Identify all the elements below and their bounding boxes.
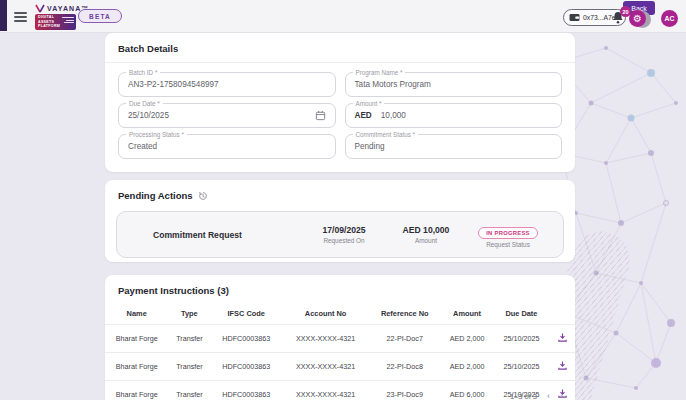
table-pagination: 1–3 of 3 ‹ › bbox=[510, 391, 563, 400]
avatar[interactable]: AC bbox=[661, 10, 678, 27]
payment-instructions-title: Payment Instructions (3) bbox=[105, 275, 575, 304]
request-name: Commitment Request bbox=[153, 230, 303, 240]
history-icon bbox=[198, 191, 208, 201]
download-icon bbox=[557, 332, 568, 343]
field-label: Program Name * bbox=[353, 69, 406, 76]
requested-on-label: Requested On bbox=[303, 237, 385, 244]
field-value: 25/10/2025 bbox=[128, 111, 169, 120]
field-label: Amount * bbox=[353, 100, 385, 107]
payment-instructions-card: Payment Instructions (3) Name Type IFSC … bbox=[105, 275, 575, 400]
field-value: Created bbox=[128, 142, 157, 151]
field-label: Batch ID * bbox=[126, 69, 160, 76]
field-value: AN3-P2-1758094548997 bbox=[128, 80, 219, 89]
vayana-v-icon bbox=[35, 4, 45, 13]
next-page-icon[interactable]: › bbox=[560, 391, 563, 400]
batch-details-title: Batch Details bbox=[105, 33, 575, 62]
col-ifsc: IFSC Code bbox=[210, 304, 282, 325]
field-label: Commitment Status * bbox=[353, 131, 419, 138]
col-due-date: Due Date bbox=[494, 304, 549, 325]
download-icon bbox=[557, 360, 568, 371]
processing-status-field[interactable]: Processing Status * Created bbox=[118, 134, 336, 159]
hamburger-menu-icon[interactable] bbox=[14, 12, 27, 24]
col-account: Account No bbox=[282, 304, 369, 325]
amount-value: AED 10,000 bbox=[385, 225, 467, 235]
due-date-field[interactable]: Due Date * 25/10/2025 bbox=[118, 103, 336, 128]
col-type: Type bbox=[168, 304, 210, 325]
field-value: Pending bbox=[355, 142, 385, 151]
amount-field[interactable]: Amount * AED 10,000 bbox=[345, 103, 563, 128]
commitment-status-field[interactable]: Commitment Status * Pending bbox=[345, 134, 563, 159]
wallet-icon bbox=[569, 13, 580, 22]
batch-id-field[interactable]: Batch ID * AN3-P2-1758094548997 bbox=[118, 72, 336, 97]
download-button[interactable] bbox=[549, 353, 575, 381]
nav-drawer-edge bbox=[0, 0, 7, 31]
calendar-icon[interactable] bbox=[315, 110, 326, 121]
col-reference: Reference No bbox=[369, 304, 440, 325]
settings-button[interactable]: ⚙ bbox=[629, 10, 646, 27]
amount-label: Amount bbox=[385, 237, 467, 244]
commitment-request-row: Commitment Request 17/09/2025 Requested … bbox=[116, 211, 564, 258]
previous-page-icon[interactable]: ‹ bbox=[547, 391, 550, 400]
beta-badge: BETA bbox=[78, 9, 122, 23]
pagination-range: 1–3 of 3 bbox=[510, 392, 537, 400]
currency-prefix: AED bbox=[355, 111, 372, 120]
digital-assets-platform-badge: DIGITAL ASSETS PLATFORM bbox=[35, 14, 76, 30]
field-label: Processing Status * bbox=[126, 131, 187, 138]
pending-actions-card: Pending Actions Commitment Request 17/09… bbox=[105, 180, 575, 262]
status-label: Request Status bbox=[467, 241, 549, 248]
col-actions bbox=[549, 304, 575, 325]
batch-details-card: Batch Details Batch ID * AN3-P2-17580945… bbox=[105, 33, 575, 172]
table-row: Bharat Forge Transfer HDFC0003863 XXXX-X… bbox=[105, 381, 575, 400]
status-badge: IN PROGRESS bbox=[478, 227, 538, 239]
gear-icon: ⚙ bbox=[633, 13, 642, 24]
table-header-row: Name Type IFSC Code Account No Reference… bbox=[105, 304, 575, 325]
field-value: 10,000 bbox=[381, 111, 406, 120]
top-bar: VAYANA™ DIGITAL ASSETS PLATFORM BETA Bac… bbox=[0, 0, 686, 33]
col-name: Name bbox=[105, 304, 168, 325]
requested-on-value: 17/09/2025 bbox=[303, 225, 385, 235]
program-name-field[interactable]: Program Name * Tata Motors Program bbox=[345, 72, 563, 97]
col-amount: Amount bbox=[440, 304, 493, 325]
table-row: Bharat Forge Transfer HDFC0003863 XXXX-X… bbox=[105, 353, 575, 381]
field-label: Due Date * bbox=[126, 100, 163, 107]
payment-instructions-table: Name Type IFSC Code Account No Reference… bbox=[105, 304, 575, 400]
pending-actions-title: Pending Actions bbox=[118, 190, 193, 201]
field-value: Tata Motors Program bbox=[355, 80, 431, 89]
speed-lines-icon bbox=[62, 17, 74, 25]
table-row: Bharat Forge Transfer HDFC0003863 XXXX-X… bbox=[105, 325, 575, 353]
download-button[interactable] bbox=[549, 325, 575, 353]
